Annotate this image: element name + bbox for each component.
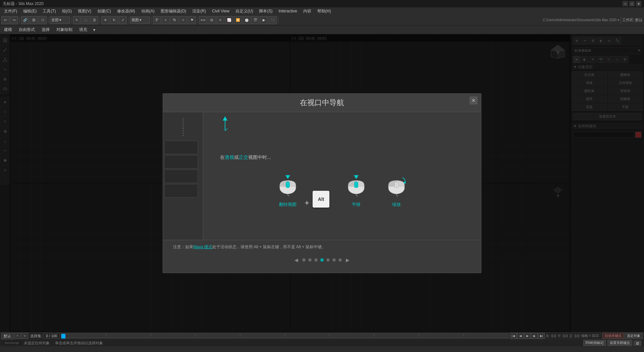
spinner-snap-button[interactable]: ≈ bbox=[179, 16, 187, 24]
prev-frame-btn[interactable]: ◀ bbox=[517, 333, 524, 339]
menu-create[interactable]: 创建(C) bbox=[95, 8, 114, 15]
undo-button[interactable]: ↩ bbox=[1, 16, 9, 24]
curve-editor-button[interactable]: 📈 bbox=[225, 16, 233, 24]
timeline-slider[interactable] bbox=[61, 334, 508, 338]
page-dot-1[interactable] bbox=[302, 258, 306, 262]
preview-1[interactable] bbox=[164, 141, 198, 154]
layer-add-btn[interactable]: + bbox=[14, 333, 21, 339]
page-dot-6[interactable] bbox=[332, 258, 336, 262]
menu-view[interactable]: 视图(V) bbox=[75, 8, 94, 15]
page-dot-4[interactable] bbox=[320, 258, 324, 262]
timeline-area: 0 / 100 bbox=[44, 333, 545, 339]
menu-animation[interactable]: 动画(A) bbox=[139, 8, 157, 15]
layer-dropdown[interactable]: 全部 ▾ bbox=[50, 16, 70, 24]
auto-key-btn[interactable]: 自动关键点 bbox=[602, 333, 624, 339]
tb2-freeform[interactable]: 自由形式 bbox=[16, 26, 38, 33]
percent-snap-button[interactable]: % bbox=[170, 16, 178, 24]
tb2-object-paint[interactable]: 对象绘制 bbox=[54, 26, 75, 33]
menu-tools[interactable]: 工具(T) bbox=[40, 8, 58, 15]
layer-manager-button[interactable]: ≡ bbox=[216, 16, 224, 24]
title-bar: 无标题 - 3ds Max 2020 ─ □ ✕ bbox=[0, 0, 644, 7]
page-dot-3[interactable] bbox=[314, 258, 318, 262]
coord-y-label: Y: bbox=[558, 334, 561, 338]
snap-button[interactable]: 3° bbox=[153, 16, 161, 24]
toolbar-sep-9 bbox=[621, 17, 621, 24]
toolbar-sep-4 bbox=[100, 17, 100, 24]
schematic-view-button[interactable]: 🔀 bbox=[234, 16, 242, 24]
preview-2[interactable] bbox=[164, 155, 198, 169]
modal-close-button[interactable]: ✕ bbox=[470, 96, 478, 104]
toolbar-sep-3 bbox=[71, 17, 71, 24]
page-dot-2[interactable] bbox=[308, 258, 312, 262]
page-dot-5[interactable] bbox=[326, 258, 330, 262]
menu-file[interactable]: 文件(F) bbox=[1, 8, 20, 15]
angle-snap-button[interactable]: ⌗ bbox=[162, 16, 170, 24]
orbit-label: 翻转视图 bbox=[279, 202, 297, 208]
menu-modifier[interactable]: 修改器(M) bbox=[114, 8, 138, 15]
main-toolbar: ↩ ↪ 🔗 ⛓ ⬡ 全部 ▾ ↖ ⬚ ☰ ✛ ↻ ⤢ 视图 ▾ 3° ⌗ % ≈… bbox=[0, 15, 644, 26]
edit-named-sel-button[interactable]: ⚑ bbox=[188, 16, 196, 24]
bottom-area: 默认 + ≡ 选择集: 0 / 100 bbox=[0, 332, 644, 352]
window-close-button[interactable]: ✕ bbox=[636, 1, 641, 6]
menu-edit[interactable]: 编辑(E) bbox=[20, 8, 39, 15]
menu-customize[interactable]: 自定义(U) bbox=[233, 8, 256, 15]
coord-dropdown[interactable]: 视图 ▾ bbox=[130, 16, 150, 24]
next-page-button[interactable]: ▶ bbox=[344, 257, 351, 263]
render-setup-button[interactable]: 🎬 bbox=[251, 16, 259, 24]
align-button[interactable]: ⊟ bbox=[208, 16, 216, 24]
menu-render[interactable]: 渲染(R) bbox=[190, 8, 209, 15]
layer-name: 默认 bbox=[4, 334, 11, 338]
preview-3[interactable] bbox=[164, 170, 198, 183]
layer-props-btn[interactable]: ≡ bbox=[21, 333, 28, 339]
window-controls: ─ □ ✕ bbox=[623, 1, 641, 6]
page-dot-7[interactable] bbox=[338, 258, 342, 262]
menu-help[interactable]: 帮助(H) bbox=[315, 8, 334, 15]
menu-graph-editor[interactable]: 图形编辑器(D) bbox=[158, 8, 189, 15]
arrow-up-indicator bbox=[220, 116, 230, 134]
coord-x-label: X: bbox=[546, 334, 549, 338]
rotate-button[interactable]: ↻ bbox=[110, 16, 118, 24]
move-button[interactable]: ✛ bbox=[101, 16, 109, 24]
next-frame-btn[interactable]: ▶ bbox=[531, 333, 538, 339]
preview-4[interactable] bbox=[164, 184, 198, 197]
status-btn3[interactable]: ▥ bbox=[634, 341, 641, 346]
play-next-btn[interactable]: ▶| bbox=[538, 333, 545, 339]
mirror-button[interactable]: ⟺ bbox=[199, 16, 207, 24]
menu-civil-view[interactable]: Civil View bbox=[209, 8, 232, 14]
select-by-name-button[interactable]: ☰ bbox=[90, 16, 98, 24]
window-title: 无标题 - 3ds Max 2020 bbox=[3, 1, 44, 7]
render-frame-button[interactable]: ⬛ bbox=[269, 16, 277, 24]
unlink-button[interactable]: ⛓ bbox=[30, 16, 38, 24]
layer-select[interactable]: 默认 bbox=[1, 333, 13, 339]
status-btn1[interactable]: 5%时间标记 bbox=[583, 340, 606, 346]
select-button[interactable]: ↖ bbox=[73, 16, 81, 24]
tb2-modeling[interactable]: 建模 bbox=[1, 26, 15, 33]
render-button[interactable]: ▶ bbox=[260, 16, 268, 24]
material-editor-button[interactable]: ⬤ bbox=[243, 16, 251, 24]
status-btn2[interactable]: 设置关联键点 bbox=[607, 340, 632, 346]
toolbar-sep-6 bbox=[151, 17, 152, 24]
select-region-button[interactable]: ⬚ bbox=[82, 16, 90, 24]
maya-mode-link[interactable]: Maya 模式 bbox=[193, 245, 212, 249]
menu-content[interactable]: 内容 bbox=[301, 8, 314, 15]
bind-to-space-button[interactable]: ⬡ bbox=[39, 16, 47, 24]
tb2-select[interactable]: 选择 bbox=[39, 26, 52, 33]
redo-button[interactable]: ↪ bbox=[10, 16, 18, 24]
svg-marker-43 bbox=[354, 175, 359, 179]
menu-script[interactable]: 脚本(S) bbox=[256, 8, 275, 15]
timeline-ticks bbox=[61, 334, 508, 338]
scale-button[interactable]: ⤢ bbox=[119, 16, 127, 24]
pan-demo: 平移 bbox=[343, 174, 370, 208]
modal-body: 在透视或正交视图中时... bbox=[163, 112, 481, 240]
menu-interactive[interactable]: Interactive bbox=[276, 8, 300, 14]
modal-pagination: ◀ ▶ bbox=[163, 254, 481, 266]
prev-page-button[interactable]: ◀ bbox=[293, 257, 300, 263]
select-link-button[interactable]: 🔗 bbox=[21, 16, 29, 24]
play-btn[interactable]: ▶ bbox=[524, 333, 531, 339]
play-prev-btn[interactable]: |◀ bbox=[510, 333, 517, 339]
minimize-button[interactable]: ─ bbox=[623, 1, 628, 6]
menu-group[interactable]: 组(G) bbox=[59, 8, 74, 15]
set-key-btn[interactable]: 选定对象 bbox=[625, 333, 643, 339]
maximize-button[interactable]: □ bbox=[629, 1, 635, 6]
tb2-fill[interactable]: 填充 bbox=[76, 26, 90, 33]
